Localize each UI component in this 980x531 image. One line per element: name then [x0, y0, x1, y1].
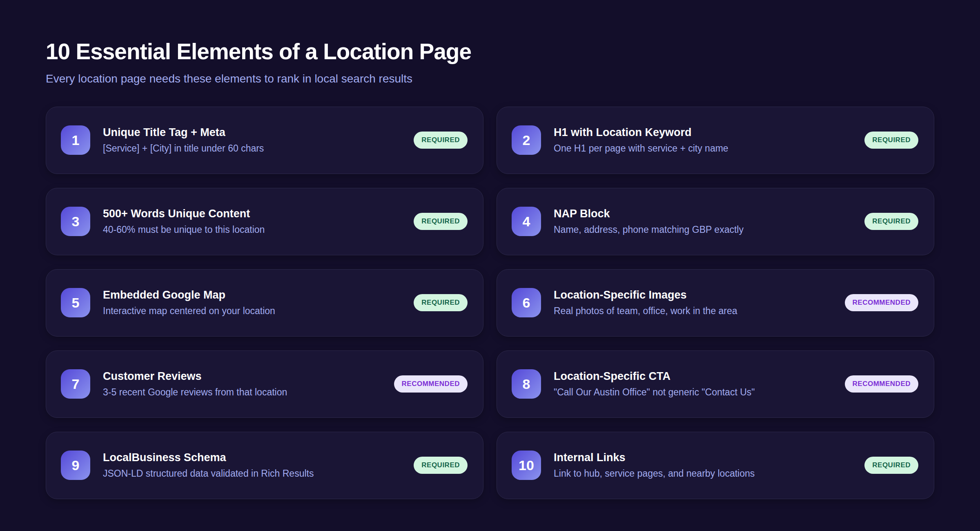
element-card: 7 Customer Reviews 3-5 recent Google rev… [46, 350, 483, 418]
element-card: 9 LocalBusiness Schema JSON-LD structure… [46, 432, 483, 499]
page-title: 10 Essential Elements of a Location Page [46, 39, 934, 64]
card-number: 3 [72, 214, 80, 230]
card-number: 1 [72, 132, 80, 148]
card-number: 4 [523, 214, 530, 230]
status-badge: RECOMMENDED [845, 375, 918, 393]
element-card: 10 Internal Links Link to hub, service p… [497, 432, 934, 499]
status-badge: REQUIRED [414, 294, 468, 311]
card-title: Location-Specific Images [554, 288, 835, 301]
card-number: 9 [72, 457, 80, 473]
card-text-block: Embedded Google Map Interactive map cent… [103, 288, 404, 317]
card-description: "Call Our Austin Office" not generic "Co… [554, 386, 835, 398]
element-card: 1 Unique Title Tag + Meta [Service] + [C… [46, 107, 483, 174]
card-title: LocalBusiness Schema [103, 451, 404, 464]
card-number-badge: 8 [512, 369, 541, 399]
card-number-badge: 10 [512, 451, 541, 480]
card-number: 6 [523, 295, 530, 311]
card-number: 8 [523, 376, 530, 392]
card-number-badge: 5 [61, 288, 90, 317]
card-text-block: Location-Specific Images Real photos of … [554, 288, 835, 317]
card-title: NAP Block [554, 207, 855, 220]
card-text-block: Location-Specific CTA "Call Our Austin O… [554, 370, 835, 398]
card-title: Location-Specific CTA [554, 370, 835, 383]
element-card: 8 Location-Specific CTA "Call Our Austin… [497, 350, 934, 418]
card-number: 5 [72, 295, 80, 311]
element-card: 3 500+ Words Unique Content 40-60% must … [46, 188, 483, 255]
card-number: 10 [519, 457, 534, 473]
card-number: 7 [72, 376, 80, 392]
card-description: Real photos of team, office, work in the… [554, 305, 835, 317]
card-title: 500+ Words Unique Content [103, 207, 404, 220]
card-title: H1 with Location Keyword [554, 126, 855, 139]
card-text-block: Internal Links Link to hub, service page… [554, 451, 855, 480]
card-text-block: Customer Reviews 3-5 recent Google revie… [103, 370, 384, 398]
status-badge: REQUIRED [414, 457, 468, 474]
card-number-badge: 3 [61, 207, 90, 236]
card-title: Internal Links [554, 451, 855, 464]
status-badge: REQUIRED [864, 457, 918, 474]
card-description: Link to hub, service pages, and nearby l… [554, 468, 855, 480]
location-page-elements-infographic: 10 Essential Elements of a Location Page… [0, 0, 980, 499]
card-number-badge: 1 [61, 125, 90, 155]
card-title: Embedded Google Map [103, 288, 404, 301]
card-title: Unique Title Tag + Meta [103, 126, 404, 139]
status-badge: REQUIRED [864, 213, 918, 230]
status-badge: RECOMMENDED [845, 294, 918, 311]
card-text-block: H1 with Location Keyword One H1 per page… [554, 126, 855, 154]
card-number-badge: 7 [61, 369, 90, 399]
card-number-badge: 9 [61, 451, 90, 480]
card-description: [Service] + [City] in title under 60 cha… [103, 143, 404, 154]
status-badge: REQUIRED [864, 132, 918, 149]
card-number-badge: 4 [512, 207, 541, 236]
page-subtitle: Every location page needs these elements… [46, 72, 934, 85]
card-text-block: 500+ Words Unique Content 40-60% must be… [103, 207, 404, 236]
card-description: Name, address, phone matching GBP exactl… [554, 224, 855, 236]
card-number-badge: 2 [512, 125, 541, 155]
card-description: One H1 per page with service + city name [554, 143, 855, 154]
card-text-block: NAP Block Name, address, phone matching … [554, 207, 855, 236]
element-card: 2 H1 with Location Keyword One H1 per pa… [497, 107, 934, 174]
element-card: 5 Embedded Google Map Interactive map ce… [46, 269, 483, 337]
element-card: 4 NAP Block Name, address, phone matchin… [497, 188, 934, 255]
status-badge: REQUIRED [414, 132, 468, 149]
status-badge: REQUIRED [414, 213, 468, 230]
card-number: 2 [523, 132, 530, 148]
card-text-block: Unique Title Tag + Meta [Service] + [Cit… [103, 126, 404, 154]
card-description: JSON-LD structured data validated in Ric… [103, 468, 404, 480]
card-text-block: LocalBusiness Schema JSON-LD structured … [103, 451, 404, 480]
element-card: 6 Location-Specific Images Real photos o… [497, 269, 934, 337]
status-badge: RECOMMENDED [394, 375, 468, 393]
card-description: 40-60% must be unique to this location [103, 224, 404, 236]
card-title: Customer Reviews [103, 370, 384, 383]
card-number-badge: 6 [512, 288, 541, 317]
page-header: 10 Essential Elements of a Location Page… [46, 39, 934, 85]
card-description: Interactive map centered on your locatio… [103, 305, 404, 317]
cards-grid: 1 Unique Title Tag + Meta [Service] + [C… [46, 107, 934, 499]
card-description: 3-5 recent Google reviews from that loca… [103, 386, 384, 398]
